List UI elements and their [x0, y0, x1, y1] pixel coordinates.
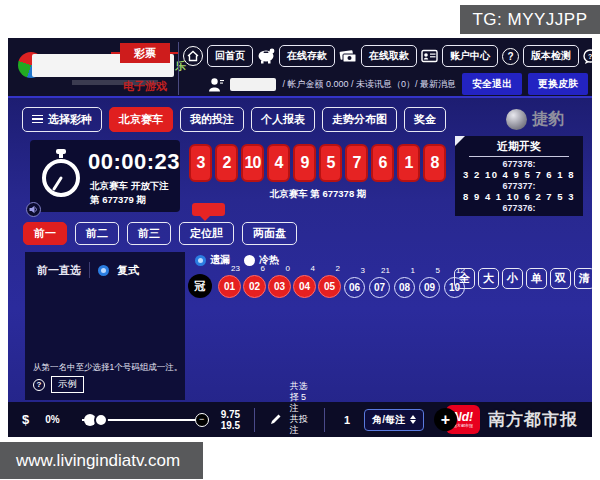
nav-prizes[interactable]: 奖金 [404, 107, 446, 132]
recent-draws-panel: 近期开奖 677378: 3 2 10 4 9 5 7 6 1 8 677377… [455, 136, 583, 216]
bet-footer-bar: $ 0% − 9.75 19.5 共选择 5 注 共 [8, 402, 592, 437]
result-number: 7 [345, 144, 368, 182]
nav-trend-chart[interactable]: 走势分布图 [322, 107, 397, 132]
quick-small-button[interactable]: 小 [502, 268, 523, 289]
bet-totals: 共选择 5 注 共投注 0.5 元 [290, 381, 310, 437]
ball-01[interactable]: 01 [218, 275, 241, 298]
ball-08[interactable]: 08 [394, 277, 415, 298]
draw-result-numbers: 3 2 10 4 9 5 7 6 1 8 [189, 144, 446, 182]
recent-draws-title: 近期开奖 [469, 139, 569, 157]
nav-my-bets[interactable]: 我的投注 [180, 107, 244, 132]
nav-version-button[interactable]: 版本检测 [523, 45, 579, 67]
miss-count: 2 [336, 264, 341, 275]
multiplier-value[interactable]: 1 [344, 414, 350, 426]
ball-07[interactable]: 07 [369, 277, 390, 298]
quick-all-button[interactable]: 全 [454, 268, 475, 289]
odds-values: 9.75 19.5 [221, 409, 240, 431]
change-skin-button[interactable]: 更换皮肤 [528, 73, 588, 95]
tab-position[interactable]: 定位胆 [179, 222, 234, 245]
ball-02[interactable]: 02 [243, 275, 266, 298]
countdown-panel: 00:00:23 北京赛车 开放下注 第 677379 期 [30, 140, 180, 212]
select-lottery-button[interactable]: 选择彩种 [22, 107, 102, 132]
nav-personal-report[interactable]: 个人报表 [251, 107, 315, 132]
edit-icon [269, 413, 282, 426]
money-icon [339, 49, 357, 63]
quick-even-button[interactable]: 双 [550, 268, 571, 289]
id-card-icon [421, 49, 438, 63]
tab-two-sides[interactable]: 两面盘 [242, 222, 297, 245]
app-header: 乐 彩票 电子游戏 回首页 在线存款 在线取款 [8, 38, 592, 98]
play-mode-tabs: 前一 前二 前三 定位胆 两面盘 [23, 222, 297, 245]
current-round: 第 677379 期 [90, 194, 146, 207]
nav-home-button[interactable]: 回首页 [207, 45, 253, 67]
tab-front-one[interactable]: 前一 [23, 222, 67, 245]
menu-egames[interactable]: 电子游戏 [118, 79, 172, 94]
result-number: 3 [189, 144, 212, 182]
quick-odd-button[interactable]: 单 [526, 268, 547, 289]
rebate-percent: 0% [45, 414, 59, 425]
nav-deposit-button[interactable]: 在线存款 [279, 45, 335, 67]
recent-draw-numbers: 8 9 4 1 10 6 2 7 5 3 [455, 191, 583, 202]
multiple-mode-label: 复式 [117, 263, 139, 278]
user-icon [208, 77, 224, 92]
site-watermark: www.livingindiatv.com [0, 442, 203, 479]
countdown-timer: 00:00:23 [88, 149, 180, 175]
header-divider [178, 42, 179, 95]
brand-name: 捷豹 [532, 109, 564, 130]
slider-knob-end[interactable]: − [195, 413, 209, 427]
quick-clear-button[interactable]: 清 [574, 268, 592, 289]
result-number: 1 [397, 144, 420, 182]
slider-knob[interactable] [94, 413, 108, 427]
odds-top: 9.75 [221, 409, 240, 420]
help-icon[interactable]: ? [33, 379, 45, 391]
tab-front-three[interactable]: 前三 [127, 222, 171, 245]
ball-03[interactable]: 03 [268, 275, 291, 298]
bet-mode-panel: 前一直选 复式 从第一名中至少选择1个号码组成一注。 ? 示例 [25, 252, 185, 400]
miss-count: 23 [231, 264, 241, 275]
result-number: 10 [241, 144, 264, 182]
ball-06[interactable]: 06 [344, 277, 365, 298]
lottery-nav: 选择彩种 北京赛车 我的投注 个人报表 走势分布图 奖金 [22, 106, 446, 132]
unit-dropdown-value: 角/每注 [372, 413, 405, 427]
recent-draw-id: 677376: [455, 203, 583, 213]
unit-dropdown[interactable]: 角/每注 [364, 409, 424, 431]
quick-big-button[interactable]: 大 [478, 268, 499, 289]
logout-button[interactable]: 安全退出 [462, 73, 522, 95]
panel-divider [89, 262, 90, 278]
nav-beijing-racing[interactable]: 北京赛车 [109, 107, 173, 132]
question-icon: ? [502, 48, 519, 65]
brand-area: 捷豹 [506, 109, 564, 130]
result-round-caption: 北京赛车 第 677378 期 [189, 188, 447, 201]
miss-count: 4 [311, 264, 316, 275]
username-censor-box [230, 78, 276, 91]
miss-count: 6 [261, 264, 266, 275]
rebate-slider[interactable]: − [82, 413, 207, 427]
ball-09[interactable]: 09 [419, 277, 440, 298]
miss-count: 5 [436, 266, 441, 277]
miss-count: 1 [411, 266, 416, 277]
recent-draw-id: 677377: [455, 181, 583, 191]
app-body: 选择彩种 北京赛车 我的投注 个人报表 走势分布图 奖金 捷豹 [8, 98, 592, 437]
total-amount: 共投注 0.5 元 [290, 414, 310, 437]
stopwatch-icon [38, 148, 84, 200]
bet-mode-title: 前一直选 [37, 263, 81, 278]
add-bet-button[interactable]: + [434, 408, 457, 431]
nav-account-button[interactable]: 账户中心 [442, 45, 498, 67]
nav-withdraw-button[interactable]: 在线取款 [361, 45, 417, 67]
account-bar: / 帐户金额 0.000 / 未读讯息（0）/ 最新消息 安全退出 更换皮肤 [183, 73, 588, 95]
ball-04[interactable]: 04 [293, 275, 316, 298]
menu-lottery[interactable]: 彩票 [120, 43, 170, 63]
paper-name-watermark: 南方都市报 [488, 408, 578, 431]
example-button[interactable]: 示例 [51, 376, 84, 393]
piggy-bank-icon [257, 48, 275, 64]
result-number: 9 [293, 144, 316, 182]
telegram-watermark: TG: MYYJJPP [460, 5, 600, 34]
speaker-icon[interactable] [26, 202, 41, 217]
tab-front-two[interactable]: 前二 [75, 222, 119, 245]
ball-05[interactable]: 05 [318, 275, 341, 298]
red-tooltip-bubble [192, 203, 225, 216]
screenshot-stage: TG: MYYJJPP 乐 彩票 电子游戏 回首页 在线存款 [0, 0, 600, 480]
recent-draw-numbers: 3 2 10 4 9 5 7 6 1 8 [455, 169, 583, 180]
multiple-mode-radio[interactable] [98, 265, 109, 276]
number-selection-row: 冠 2301 602 003 404 205 306 2107 108 509 … [188, 264, 466, 298]
